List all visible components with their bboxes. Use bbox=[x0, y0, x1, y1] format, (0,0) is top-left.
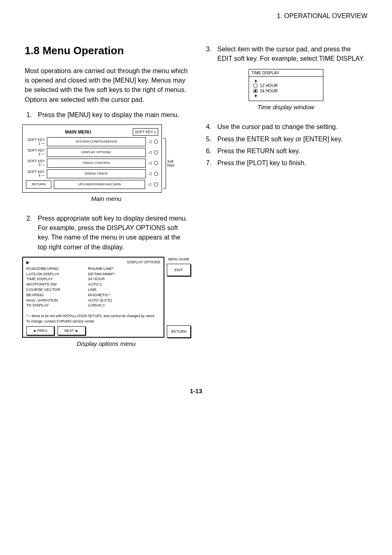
menu-btn-erase-track[interactable]: ERASE TRACK bbox=[47, 169, 146, 178]
fig1-caption: Main menu bbox=[25, 195, 188, 202]
option-24hour[interactable]: 24 HOUR bbox=[253, 89, 319, 93]
triangle-left-icon: ◁ bbox=[148, 171, 152, 176]
option-12hour[interactable]: 12 HOUR bbox=[253, 83, 319, 88]
circle-icon bbox=[154, 140, 158, 144]
menu-btn-upload-download[interactable]: UPLOAD/DOWNLOAD DATA bbox=[54, 180, 145, 189]
options-list: RANGE/BEARINGRHUMB LINE* LAT/LON DISPLAY… bbox=[26, 266, 160, 309]
circle-icon bbox=[154, 161, 158, 165]
step-7: Press the [PLOT] key to finish. bbox=[213, 158, 367, 168]
return-softkey[interactable]: RETURN bbox=[167, 325, 191, 338]
step-1: Press the [MENU] key to display the main… bbox=[34, 110, 188, 120]
step-2: Press appropriate soft key to display de… bbox=[34, 214, 188, 252]
figure-display-options: ▶ DISPLAY OPTIONS RANGE/BEARINGRHUMB LIN… bbox=[25, 257, 188, 348]
fig2-caption: Display options menu bbox=[25, 340, 188, 347]
circle-icon bbox=[154, 172, 158, 176]
triangle-left-icon: ◁ bbox=[148, 182, 152, 187]
menu-name-label: DISPLAY OPTIONS bbox=[127, 260, 160, 265]
triangle-down-icon: ▼ bbox=[254, 94, 319, 98]
softkeys-bracket: Soft keys bbox=[163, 138, 177, 189]
main-menu-title: MAIN MENU bbox=[26, 129, 130, 134]
figure-main-menu: MAIN MENU SOFT KEY 1 SOFT KEY 1 — SYSTEM… bbox=[25, 124, 188, 202]
page-number: 1-13 bbox=[25, 387, 367, 394]
triangle-left-icon: ◁ bbox=[148, 139, 152, 144]
next-button[interactable]: NEXT ► bbox=[58, 326, 85, 335]
section-title: 1.8 Menu Operation bbox=[25, 44, 188, 57]
prev-button[interactable]: ◄ PREV. bbox=[26, 326, 54, 335]
triangle-left-icon: ◁ bbox=[148, 150, 152, 154]
step-6: Press the RETURN soft key. bbox=[213, 146, 367, 156]
radio-open-icon bbox=[253, 83, 258, 88]
right-arrow-icon: ▶ bbox=[26, 260, 30, 265]
radio-filled-icon bbox=[253, 89, 258, 93]
time-window-title: TIME DISPLAY bbox=[249, 69, 323, 77]
edit-softkey[interactable]: EDIT bbox=[167, 264, 191, 276]
step-5: Press the ENTER soft key or [ENTER] key. bbox=[213, 134, 367, 144]
note-1: * = Items to be set with INSTALLATION SE… bbox=[26, 314, 160, 318]
menu-btn-system-config[interactable]: SYSTEM CONFIGURATION bbox=[47, 137, 146, 146]
step-3: Select item with the cursor pad, and pre… bbox=[213, 44, 367, 63]
menu-btn-display-options[interactable]: DISPLAY OPTIONS bbox=[47, 148, 146, 157]
intro-paragraph: Most operations are carried out through … bbox=[25, 66, 188, 104]
circle-icon bbox=[154, 182, 158, 187]
menu-btn-track-control[interactable]: TRACK CONTROL bbox=[47, 159, 146, 168]
step-4: Use the cursor pad to change the setting… bbox=[213, 122, 367, 131]
page-header: 1. OPERATIONAL OVERVIEW bbox=[25, 12, 367, 20]
return-button[interactable]: RETURN bbox=[26, 180, 51, 189]
figure-time-display-window: TIME DISPLAY ▲ 12 HOUR 24 HOUR ▼ bbox=[204, 69, 367, 111]
time-window-caption: Time display window bbox=[204, 104, 367, 111]
note-2: To change, contact FURUNO service center… bbox=[26, 319, 160, 324]
softkey1-box: SOFT KEY 1 bbox=[133, 128, 158, 136]
triangle-left-icon: ◁ bbox=[148, 161, 152, 165]
triangle-up-icon: ▲ bbox=[254, 78, 319, 83]
circle-icon bbox=[154, 150, 158, 154]
sidebar-menu-name: MENU NAME bbox=[167, 258, 191, 261]
